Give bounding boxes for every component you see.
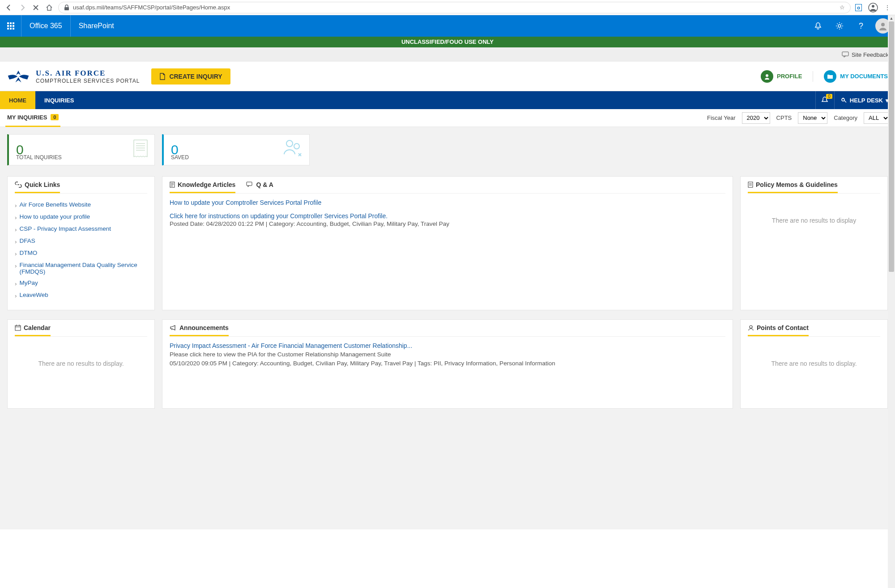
profile-icon: [761, 70, 773, 83]
svg-rect-32: [15, 326, 21, 330]
scroll-up-icon[interactable]: ▲: [888, 15, 895, 21]
create-inquiry-button[interactable]: CREATE INQUIRY: [151, 68, 230, 85]
poc-header: Points of Contact: [748, 324, 809, 336]
menu-icon[interactable]: ⋮: [884, 4, 891, 11]
svg-rect-8: [13, 25, 14, 27]
link-icon: [15, 182, 22, 188]
policy-header: Policy Memos & Guidelines: [748, 181, 838, 193]
svg-point-17: [842, 98, 844, 99]
knowledge-articles-tab[interactable]: Knowledge Articles: [170, 181, 235, 193]
address-bar[interactable]: usaf.dps.mil/teams/SAFFMCSP/portal/SiteP…: [58, 2, 851, 13]
helpdesk-menu[interactable]: HELP DESK ▾: [834, 91, 895, 109]
svg-rect-29: [748, 182, 753, 187]
stop-button[interactable]: [31, 3, 40, 12]
document-icon: [159, 73, 166, 80]
quick-link-item[interactable]: ›CSP - Privacy Impact Assessment: [15, 223, 147, 235]
announcement-title[interactable]: Privacy Impact Assessment - Air Force Fi…: [170, 342, 725, 349]
quick-link-item[interactable]: ›DFAS: [15, 235, 147, 247]
forward-button[interactable]: [18, 3, 27, 12]
calendar-icon: [15, 325, 21, 331]
chevron-right-icon: ›: [15, 250, 17, 257]
svg-point-36: [750, 326, 752, 328]
users-icon: [281, 139, 303, 157]
sharepoint-link[interactable]: SharePoint: [71, 15, 122, 37]
quick-link-item[interactable]: ›MyPay: [15, 277, 147, 289]
chevron-right-icon: ›: [15, 292, 17, 299]
svg-rect-10: [10, 28, 12, 30]
saved-inquiries-card[interactable]: 0 SAVED: [162, 134, 310, 165]
svg-rect-28: [247, 182, 252, 186]
office365-link[interactable]: Office 365: [21, 15, 71, 37]
site-header: U.S. AIR FORCE COMPTROLLER SERVICES PORT…: [0, 62, 895, 91]
svg-rect-3: [7, 22, 9, 24]
app-launcher-icon[interactable]: [0, 15, 21, 37]
knowledge-article-title[interactable]: How to update your Comptroller Services …: [170, 199, 725, 206]
quick-link-item[interactable]: ›DTMO: [15, 247, 147, 259]
back-button[interactable]: [4, 3, 13, 12]
o365-suite-bar: Office 365 SharePoint ?: [0, 15, 895, 37]
scrollbar-thumb[interactable]: [889, 21, 894, 272]
filter-bar: MY INQUIRIES 0 Fiscal Year 2020 CPTS Non…: [0, 109, 895, 127]
announcements-header: Announcements: [170, 324, 229, 336]
svg-point-2: [872, 5, 874, 8]
folder-icon: [824, 70, 836, 83]
fiscal-year-select[interactable]: 2020: [742, 112, 770, 124]
chevron-right-icon: ›: [15, 214, 17, 221]
settings-icon[interactable]: [832, 19, 847, 33]
svg-point-12: [838, 25, 841, 27]
svg-point-15: [766, 74, 768, 77]
svg-rect-4: [10, 22, 12, 24]
quick-link-item[interactable]: ›Financial Management Data Quality Servi…: [15, 259, 147, 277]
knowledge-article-meta: Posted Date: 04/28/2020 01:22 PM | Categ…: [170, 220, 725, 228]
chevron-right-icon: ›: [15, 202, 17, 209]
outlook-icon[interactable]: o: [855, 4, 862, 11]
site-title: U.S. AIR FORCE: [36, 69, 140, 78]
policy-empty-message: There are no results to display: [748, 199, 880, 242]
svg-rect-11: [13, 28, 14, 30]
nav-home[interactable]: HOME: [0, 91, 35, 109]
notifications-icon[interactable]: [811, 19, 825, 33]
chevron-right-icon: ›: [15, 262, 17, 269]
star-icon[interactable]: ☆: [840, 4, 845, 11]
cpts-select[interactable]: None: [798, 112, 827, 124]
poc-empty-message: There are no results to display.: [748, 342, 880, 385]
airforce-wings-icon: [7, 68, 30, 85]
nav-inquiries[interactable]: INQUIRIES: [35, 91, 83, 109]
alerts-button[interactable]: 0: [815, 91, 834, 109]
main-nav: HOME INQUIRIES 0 HELP DESK ▾: [0, 91, 895, 109]
profile-link[interactable]: PROFILE: [761, 70, 802, 83]
chevron-right-icon: ›: [15, 280, 17, 287]
total-inquiries-card[interactable]: 0 TOTAL INQUIRIES: [7, 134, 155, 165]
article-icon: [170, 182, 175, 188]
knowledge-article-link[interactable]: Click here for instructions on updating …: [170, 212, 725, 220]
memo-icon: [748, 182, 753, 188]
calendar-panel: Calendar There are no results to display…: [7, 319, 155, 409]
chevron-right-icon: ›: [15, 226, 17, 233]
quick-link-item[interactable]: ›How to update your profile: [15, 211, 147, 223]
url-text: usaf.dps.mil/teams/SAFFMCSP/portal/SiteP…: [73, 4, 230, 11]
announcements-panel: Announcements Privacy Impact Assessment …: [162, 319, 733, 409]
help-icon[interactable]: ?: [854, 19, 868, 33]
category-select[interactable]: ALL: [864, 112, 890, 124]
policy-panel: Policy Memos & Guidelines There are no r…: [740, 176, 888, 310]
announcement-meta: 05/10/2020 09:05 PM | Category: Accounti…: [170, 359, 725, 368]
quick-links-panel: Quick Links ›Air Force Benefits Website …: [7, 176, 155, 310]
main-content: 0 TOTAL INQUIRIES 0 SAVED Quick Links ›A…: [0, 127, 895, 529]
megaphone-icon: [170, 325, 177, 331]
site-logo[interactable]: U.S. AIR FORCE COMPTROLLER SERVICES PORT…: [7, 68, 140, 85]
my-documents-link[interactable]: MY DOCUMENTS: [824, 70, 888, 83]
quick-link-item[interactable]: ›LeaveWeb: [15, 289, 147, 301]
qa-tab[interactable]: Q & A: [246, 181, 273, 193]
saved-inquiries-label: SAVED: [171, 154, 189, 161]
fiscal-year-label: Fiscal Year: [707, 114, 736, 121]
site-feedback-link[interactable]: Site Feedback: [842, 51, 889, 58]
home-button[interactable]: [45, 3, 54, 12]
cpts-label: CPTS: [776, 114, 792, 121]
vertical-scrollbar[interactable]: ▲: [888, 15, 895, 529]
category-label: Category: [834, 114, 857, 121]
feedback-icon: [842, 51, 849, 58]
quick-link-item[interactable]: ›Air Force Benefits Website: [15, 199, 147, 211]
classification-banner: UNCLASSIFIED/FOUO USE ONLY: [0, 37, 895, 47]
user-icon[interactable]: [868, 3, 878, 13]
my-inquiries-tab[interactable]: MY INQUIRIES 0: [5, 109, 60, 127]
